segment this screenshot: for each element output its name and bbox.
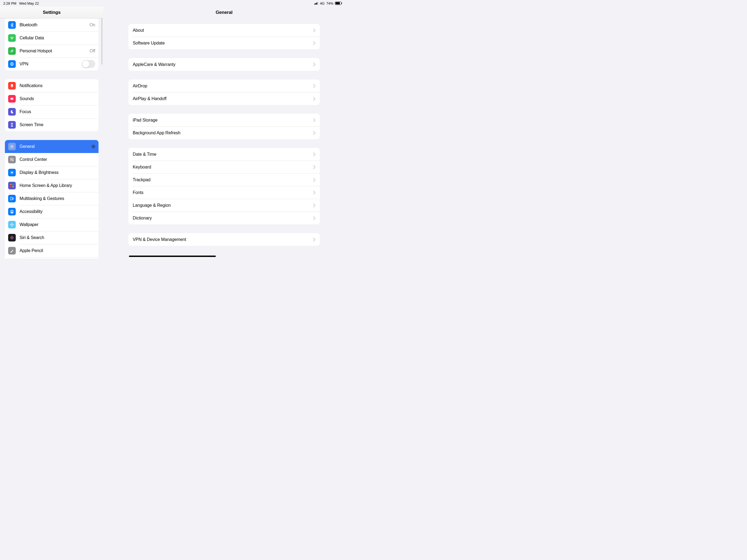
detail-row-language[interactable]: Language & Region [128,199,320,212]
status-time: 2:28 PM [3,1,16,5]
sidebar-item-label: Personal Hotspot [20,49,89,53]
chevron-right-icon [313,216,315,220]
sidebar-item-siri[interactable]: Siri & Search [5,231,99,244]
detail-row-fonts[interactable]: Fonts [128,186,320,199]
detail-row-dictionary[interactable]: Dictionary [128,212,320,224]
detail-row-label: AirDrop [133,84,313,88]
detail-row-about[interactable]: About [128,24,320,37]
update-badge [92,144,95,149]
sidebar-item-label: General [20,144,90,149]
sidebar-item-label: VPN [20,61,82,66]
gear-icon [8,143,16,150]
sidebar-item-label: Cellular Data [20,35,95,41]
detail-row-storage[interactable]: iPad Storage [128,114,320,127]
svg-point-3 [11,158,12,159]
detail-row-keyboard[interactable]: Keyboard [128,161,320,174]
detail-row-label: Trackpad [133,178,313,182]
detail-row-label: iPad Storage [133,118,313,123]
sidebar-item-display[interactable]: Display & Brightness [5,166,99,179]
cellular-signal-icon [314,2,318,5]
sidebar-item-cellular[interactable]: Cellular Data [5,31,99,45]
svg-point-22 [11,237,12,238]
grid-icon [8,182,16,189]
sidebar-item-label: Wallpaper [20,222,95,227]
detail-row-applecare[interactable]: AppleCare & Warranty [128,58,320,71]
detail-body[interactable]: AboutSoftware UpdateAppleCare & Warranty… [103,19,345,259]
hourglass-icon [8,121,16,129]
chevron-right-icon [313,131,315,135]
sidebar-item-vpn[interactable]: VPN [5,57,99,71]
svg-rect-10 [12,186,14,187]
sidebar-item-label: Display & Brightness [20,170,95,175]
svg-point-17 [11,225,12,226]
svg-point-1 [11,146,13,147]
sidebar-item-focus[interactable]: Focus [5,105,99,118]
sidebar-item-multitasking[interactable]: Multitasking & Gestures [5,192,99,205]
svg-point-16 [11,223,12,224]
sidebar-item-faceid[interactable]: Face ID & Passcode [5,257,99,259]
detail-row-background-refresh[interactable]: Background App Refresh [128,127,320,139]
detail-row-label: Language & Region [133,203,313,208]
detail-row-label: About [133,28,313,33]
sidebar-item-bluetooth[interactable]: BluetoothOn [5,19,99,31]
bluetooth-icon [8,21,16,29]
pencil-icon [8,247,16,255]
svg-point-19 [13,224,14,225]
settings-sidebar: Settings BluetoothOnCellular DataPersona… [0,6,103,259]
detail-row-airdrop[interactable]: AirDrop [128,80,320,92]
sidebar-scroll[interactable]: BluetoothOnCellular DataPersonal Hotspot… [0,19,103,259]
sidebar-item-notifications[interactable]: Notifications [5,79,99,92]
globe-icon [8,60,16,68]
sidebar-item-controlcenter[interactable]: Control Center [5,153,99,166]
detail-row-trackpad[interactable]: Trackpad [128,174,320,186]
sidebar-item-hotspot[interactable]: Personal HotspotOff [5,45,99,57]
vpn-toggle[interactable] [82,60,95,68]
detail-row-vpn-management[interactable]: VPN & Device Management [128,233,320,246]
chevron-right-icon [313,84,315,88]
sidebar-item-general[interactable]: General [5,140,99,153]
svg-rect-8 [12,184,14,185]
sidebar-item-homescreen[interactable]: Home Screen & App Library [5,179,99,192]
chevron-right-icon [313,165,315,169]
sidebar-title: Settings [43,10,60,15]
svg-point-5 [12,160,13,161]
bell-icon [8,82,16,89]
sidebar-item-label: Home Screen & App Library [20,183,95,188]
sidebar-item-accessibility[interactable]: Accessibility [5,205,99,218]
detail-row-label: Dictionary [133,216,313,220]
sidebar-item-value: Off [89,49,95,53]
detail-row-airplay[interactable]: AirPlay & Handoff [128,92,320,105]
person-icon [8,208,16,215]
chevron-right-icon [313,153,315,156]
network-type: 4G [320,1,325,5]
svg-rect-11 [10,197,12,200]
svg-rect-9 [10,186,11,187]
detail-row-label: Software Update [133,41,313,46]
sidebar-item-screentime[interactable]: Screen Time [5,118,99,131]
svg-point-15 [11,224,12,225]
status-bar: 2:28 PM Wed May 22 4G 74% [0,0,345,6]
sidebar-item-wallpaper[interactable]: Wallpaper [5,218,99,231]
flower-icon [8,221,16,229]
sidebar-item-label: Bluetooth [20,23,89,27]
antenna-icon [8,34,16,42]
siri-icon [8,234,16,241]
detail-row-datetime[interactable]: Date & Time [128,148,320,161]
detail-row-label: Keyboard [133,165,313,169]
sidebar-item-label: Control Center [20,157,95,162]
chevron-right-icon [313,178,315,182]
battery-percent: 74% [326,1,333,5]
detail-row-label: Background App Refresh [133,131,313,135]
sidebar-item-value: On [89,23,95,27]
sidebar-item-label: Notifications [20,83,95,88]
sidebar-item-pencil[interactable]: Apple Pencil [5,244,99,257]
detail-row-software-update[interactable]: Software Update [128,37,320,49]
detail-row-label: VPN & Device Management [133,237,313,242]
chevron-right-icon [313,41,315,45]
sidebar-item-label: Sounds [20,96,95,101]
home-indicator[interactable] [129,256,216,257]
chevron-right-icon [313,238,315,241]
sidebar-item-sounds[interactable]: Sounds [5,92,99,105]
battery-icon [335,2,341,5]
switches-icon [8,156,16,163]
